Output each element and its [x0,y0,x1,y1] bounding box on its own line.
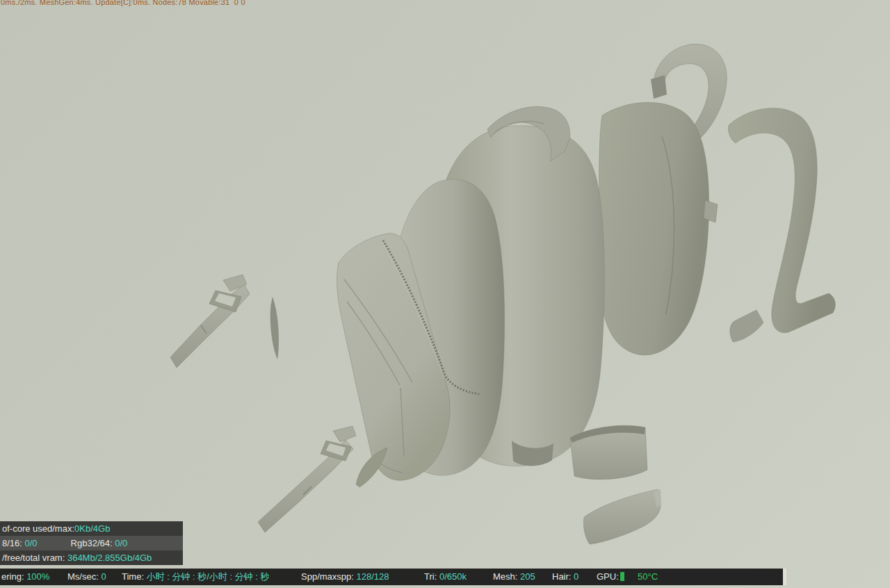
backpack-strap-right[interactable] [728,108,835,333]
out-of-core-value: 0Kb/4Gb [74,523,110,534]
render-status-bar: ering: 100% Ms/sec: 0 Time: 小时 : 分钟 : 秒/… [0,569,786,585]
rgb32-64-label: Rgb32/64: [71,538,115,548]
rendering-label: ering: [1,571,26,582]
mesh-label: Mesh: [493,571,520,582]
backpack-strap-upper-left[interactable] [170,275,250,368]
rendering-value: 100% [26,571,49,582]
rgb32-64-value: 0/0 [115,538,127,548]
vram-label: /free/total vram: [2,553,67,563]
time-label: Time: [122,571,147,582]
spp-value: 128/128 [357,571,389,582]
gpu-usage-bar [620,572,624,581]
hair-label: Hair: [552,571,574,582]
gpu-stat: GPU: [597,569,624,585]
backpack-pocket-band-upper[interactable] [570,425,647,480]
backpack-shard[interactable] [270,297,279,359]
memory-stats-panel: of-core used/max:0Kb/4Gb 8/16: 0/0Rgb32/… [0,521,183,565]
mssec-label: Ms/sec: [67,571,101,582]
time-stat: Time: 小时 : 分钟 : 秒/小时 : 分钟 : 秒 [122,569,270,585]
vram-value: 364Mb/2.855Gb/4Gb [67,553,152,563]
memory-row-out-of-core: of-core used/max:0Kb/4Gb [0,521,183,536]
hair-stat: Hair: 0 [552,569,578,585]
mesh-stat: Mesh: 205 [493,569,535,585]
tri-stat: Tri: 0/650k [424,569,467,585]
backpack-back-panel[interactable] [599,102,718,355]
gpu-label: GPU: [597,571,619,582]
rgb8-16-label: 8/16: [2,538,25,548]
backpack-exploded-model[interactable] [0,0,890,588]
spp-label: Spp/maxspp: [301,571,357,582]
rgb8-16-value: 0/0 [25,538,38,548]
rendering-progress: ering: 100% [1,569,49,585]
debug-stats-overlay: 0ms./2ms. MeshGen:4ms. Update[C]:0ms. No… [1,0,245,6]
memory-row-vram: /free/total vram: 364Mb/2.855Gb/4Gb [0,550,183,565]
mesh-value: 205 [520,571,535,582]
hair-value: 0 [574,571,578,582]
backpack-strap-right-tip[interactable] [730,310,763,342]
out-of-core-label: of-core used/max: [2,523,74,534]
backpack-strap-lower-left[interactable] [258,426,356,532]
backpack-pocket-band-lower[interactable] [583,489,661,544]
spp-stat: Spp/maxspp: 128/128 [301,569,389,585]
gpu-temp-value: 50°C [638,571,658,582]
mssec-stat: Ms/sec: 0 [67,569,106,585]
backpack-hook-notch [651,75,667,99]
render-viewport[interactable]: 0ms./2ms. MeshGen:4ms. Update[C]:0ms. No… [0,0,890,588]
tri-value: 0/650k [439,571,467,582]
gpu-temp: 50°C [638,569,658,585]
time-value: 小时 : 分钟 : 秒/小时 : 分钟 : 秒 [147,571,270,582]
mssec-value: 0 [101,571,106,582]
tri-label: Tri: [424,571,439,582]
memory-row-rgb: 8/16: 0/0Rgb32/64: 0/0 [0,536,183,550]
status-bar-endcap [783,569,786,585]
